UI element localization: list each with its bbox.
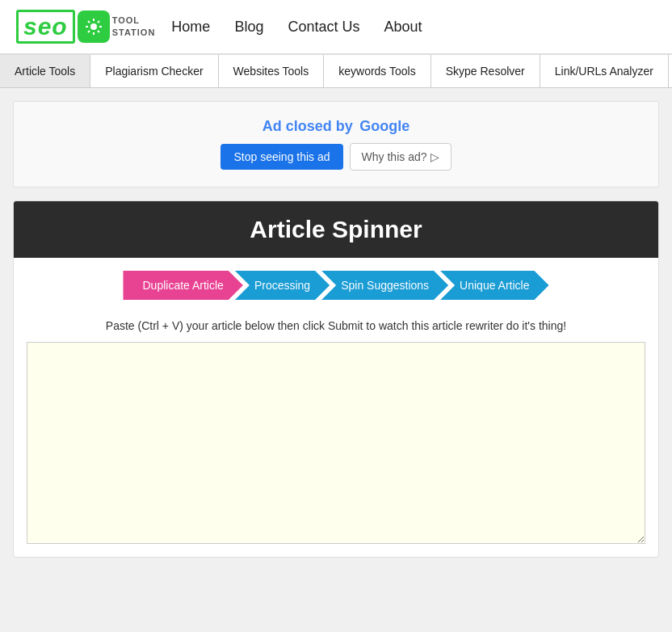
ad-closed-text: Ad closed by Google bbox=[30, 118, 642, 135]
why-ad-label: Why this ad? bbox=[362, 150, 427, 163]
seo-text: seo bbox=[16, 10, 75, 44]
instructions-text: Paste (Ctrl + V) your article below then… bbox=[14, 313, 658, 342]
article-spinner-title: Article Spinner bbox=[14, 201, 658, 258]
step-processing[interactable]: Processing bbox=[235, 271, 330, 300]
main-content: Ad closed by Google Stop seeing this ad … bbox=[0, 88, 672, 571]
seo-logo: seo TOOL STATION bbox=[16, 10, 155, 44]
nav-home[interactable]: Home bbox=[171, 19, 210, 36]
ad-buttons: Stop seeing this ad Why this ad? ▷ bbox=[30, 143, 642, 171]
tab-ranke[interactable]: Ranke bbox=[669, 55, 672, 87]
article-textarea[interactable] bbox=[27, 342, 645, 544]
step-duplicate-article[interactable]: Duplicate Article bbox=[123, 271, 242, 300]
google-logo-text: Google bbox=[359, 118, 410, 134]
step-spin-suggestions[interactable]: Spin Suggestions bbox=[321, 271, 448, 300]
main-nav: Home Blog Contact Us About bbox=[171, 19, 422, 36]
logo-station: TOOL STATION bbox=[112, 15, 156, 40]
tab-skype-resolver[interactable]: Skype Resolver bbox=[431, 55, 540, 87]
tab-article-tools[interactable]: Article Tools bbox=[0, 55, 90, 87]
article-spinner-container: Article Spinner Duplicate Article Proces… bbox=[13, 200, 659, 558]
header: seo TOOL STATION Home Blog Contact Us Ab… bbox=[0, 0, 672, 55]
ad-closed-label: Ad closed by bbox=[262, 118, 353, 134]
svg-point-0 bbox=[90, 23, 97, 30]
tab-keywords-tools[interactable]: keywords Tools bbox=[324, 55, 430, 87]
tab-plagiarism-checker[interactable]: Plagiarism Checker bbox=[90, 55, 218, 87]
stop-seeing-button[interactable]: Stop seeing this ad bbox=[220, 144, 342, 170]
why-ad-icon: ▷ bbox=[430, 150, 439, 163]
steps-bar: Duplicate Article Processing Spin Sugges… bbox=[14, 258, 658, 313]
tab-websites-tools[interactable]: Websites Tools bbox=[219, 55, 325, 87]
step-unique-article[interactable]: Unique Article bbox=[440, 271, 548, 300]
ad-box: Ad closed by Google Stop seeing this ad … bbox=[13, 101, 659, 187]
why-this-ad-button[interactable]: Why this ad? ▷ bbox=[350, 143, 452, 171]
logo-wrapper: seo TOOL STATION bbox=[16, 10, 155, 44]
nav-tabs-bar: Article Tools Plagiarism Checker Website… bbox=[0, 55, 672, 88]
nav-contact-us[interactable]: Contact Us bbox=[288, 19, 359, 36]
gear-icon bbox=[78, 11, 110, 43]
nav-blog[interactable]: Blog bbox=[234, 19, 263, 36]
nav-about[interactable]: About bbox=[384, 19, 422, 36]
tab-link-urls-analyzer[interactable]: Link/URLs Analyzer bbox=[540, 55, 669, 87]
